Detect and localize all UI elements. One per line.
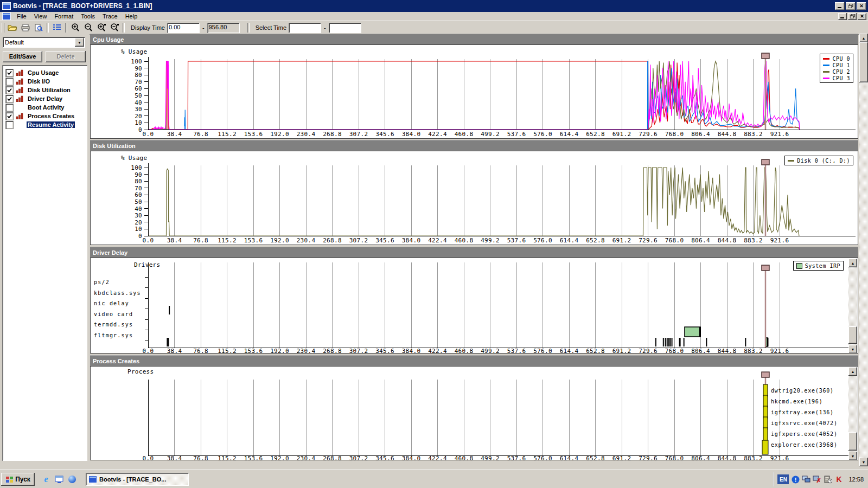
print-preview-button[interactable] xyxy=(32,22,45,34)
checkbox-checked[interactable] xyxy=(5,95,14,103)
legend-entry: CPU 0 xyxy=(823,55,850,62)
report-view-button[interactable] xyxy=(50,22,63,34)
svg-text:883.2: 883.2 xyxy=(744,237,763,244)
edit-save-button[interactable]: Edit/Save xyxy=(3,51,42,62)
toolbar-gripper[interactable] xyxy=(2,23,4,33)
task-button-label: Bootvis - [TRACE_BO... xyxy=(99,476,166,483)
doc-restore-button[interactable] xyxy=(848,13,857,20)
system-irp-event[interactable] xyxy=(685,327,700,337)
time-slider-marker[interactable] xyxy=(762,265,769,348)
scroll-up-arrow[interactable]: ▲ xyxy=(848,367,857,376)
checkbox-checked[interactable] xyxy=(5,69,14,77)
checkbox-unchecked[interactable] xyxy=(5,121,14,129)
minimize-button[interactable] xyxy=(835,2,845,10)
menu-item-view[interactable]: View xyxy=(30,12,51,20)
close-button[interactable]: ✕ xyxy=(857,2,866,10)
language-indicator[interactable]: EN xyxy=(777,474,789,484)
sphere-icon[interactable] xyxy=(67,474,77,484)
range-dash: - xyxy=(202,24,205,31)
checkbox-checked[interactable] xyxy=(5,112,14,120)
scrollbar-thumb[interactable] xyxy=(859,42,868,82)
scrollbar-thumb[interactable] xyxy=(848,432,857,451)
svg-text:422.4: 422.4 xyxy=(428,237,447,244)
process-create-bar[interactable] xyxy=(762,440,768,454)
legend: System IRP xyxy=(793,261,844,271)
zoom-in-time-button[interactable] xyxy=(95,22,108,34)
layer-item-cpu-usage[interactable]: Cpu Usage xyxy=(5,68,87,77)
network-icon[interactable] xyxy=(802,475,810,484)
checkbox-unchecked[interactable] xyxy=(5,104,14,112)
sidebar: Default ▼ Edit/Save Delete Cpu UsageDisk… xyxy=(0,34,90,466)
doc-minimize-button[interactable] xyxy=(838,13,847,20)
preset-value: Default xyxy=(3,39,74,46)
menu-item-help[interactable]: Help xyxy=(122,12,142,20)
panel-vertical-scrollbar[interactable]: ▲▼ xyxy=(848,259,857,354)
svg-text:76.8: 76.8 xyxy=(193,348,208,354)
panel-header-process-creates[interactable]: Process Creates xyxy=(90,355,858,366)
svg-text:termdd.sys: termdd.sys xyxy=(94,322,133,328)
menu-item-tools[interactable]: Tools xyxy=(77,12,99,20)
menu-item-file[interactable]: File xyxy=(13,12,30,20)
panel-header-disk-utilization[interactable]: Disk Utilization xyxy=(90,140,858,151)
scrollbar-thumb[interactable] xyxy=(848,326,857,344)
scroll-up-arrow[interactable]: ▲ xyxy=(848,259,857,267)
preset-combobox[interactable]: Default ▼ xyxy=(3,37,85,48)
task-button-bootvis[interactable]: Bootvis - [TRACE_BO... xyxy=(86,473,189,486)
update-icon[interactable]: ! xyxy=(791,475,800,484)
svg-text:576.0: 576.0 xyxy=(533,237,552,244)
display-time-from-field[interactable]: 0.00 xyxy=(167,23,200,33)
layer-item-driver-delay[interactable]: Driver Delay xyxy=(5,94,87,103)
select-time-from-field[interactable] xyxy=(289,23,321,33)
checkbox-checked[interactable] xyxy=(5,86,14,94)
desktop-icon[interactable] xyxy=(54,474,64,484)
title-bar: Bootvis - [TRACE_BOOT+DRIVERS_1_1.BIN] ✕ xyxy=(0,0,868,12)
scroll-up-arrow[interactable]: ▲ xyxy=(859,34,868,42)
zoom-out-time-button[interactable] xyxy=(108,22,121,34)
kaspersky-icon[interactable]: K xyxy=(834,475,843,484)
window-title: Bootvis - [TRACE_BOOT+DRIVERS_1_1.BIN] xyxy=(13,2,152,10)
scheduler-icon[interactable] xyxy=(824,475,832,484)
svg-text:230.4: 230.4 xyxy=(297,348,316,354)
start-button[interactable]: Пуск xyxy=(1,473,35,486)
scroll-down-arrow[interactable]: ▼ xyxy=(859,458,868,466)
svg-text:691.2: 691.2 xyxy=(612,131,631,138)
restore-button[interactable] xyxy=(846,2,856,10)
svg-text:40: 40 xyxy=(135,99,142,106)
menu-item-trace[interactable]: Trace xyxy=(99,12,122,20)
zoom-in-button[interactable] xyxy=(69,22,82,34)
panel-vertical-scrollbar[interactable]: ▲▼ xyxy=(848,367,857,460)
panel-header-cpu-usage[interactable]: Cpu Usage xyxy=(90,34,858,44)
process-create-bar[interactable] xyxy=(763,428,768,440)
main-vertical-scrollbar[interactable]: ▲ ▼ xyxy=(859,34,868,466)
layer-label: Disk Utilization xyxy=(27,87,72,93)
layer-item-process-creates[interactable]: Process Creates xyxy=(5,112,87,120)
ie-icon[interactable]: e xyxy=(41,474,51,484)
panel-header-driver-delay[interactable]: Driver Delay xyxy=(90,247,858,258)
cpu-usage-plot: 0.038.476.8115.2153.6192.0230.4268.8307.… xyxy=(91,45,858,138)
chevron-down-icon[interactable]: ▼ xyxy=(75,38,84,47)
layer-item-resume-activity[interactable]: Resume Activity xyxy=(5,120,87,129)
scroll-down-arrow[interactable]: ▼ xyxy=(848,345,857,354)
svg-text:614.4: 614.4 xyxy=(560,131,579,138)
checkbox-unchecked[interactable] xyxy=(5,78,14,86)
layer-item-boot-activity[interactable]: Boot Activity xyxy=(5,103,87,112)
legend-label: CPU 3 xyxy=(832,75,850,81)
zoom-out-button[interactable] xyxy=(82,22,95,34)
svg-text:768.0: 768.0 xyxy=(665,348,684,354)
document-icon[interactable] xyxy=(2,12,11,20)
svg-text:70: 70 xyxy=(135,185,142,192)
svg-text:0.0: 0.0 xyxy=(143,348,154,354)
svg-text:499.2: 499.2 xyxy=(481,237,500,244)
app-icon[interactable] xyxy=(2,2,11,10)
doc-close-button[interactable]: ✕ xyxy=(858,13,866,20)
network-offline-icon[interactable]: ✗ xyxy=(813,475,821,484)
select-time-to-field[interactable] xyxy=(329,23,361,33)
layer-item-disk-i-o[interactable]: Disk I/O xyxy=(5,77,87,86)
menu-item-format[interactable]: Format xyxy=(50,12,77,20)
scroll-down-arrow[interactable]: ▼ xyxy=(848,452,857,460)
print-button[interactable] xyxy=(19,22,32,34)
layer-item-disk-utilization[interactable]: Disk Utilization xyxy=(5,86,87,94)
process-creates-plot: 0.038.476.8115.2153.6192.0230.4268.8307.… xyxy=(91,367,858,461)
open-button[interactable] xyxy=(6,22,19,34)
svg-text:614.4: 614.4 xyxy=(560,237,579,244)
